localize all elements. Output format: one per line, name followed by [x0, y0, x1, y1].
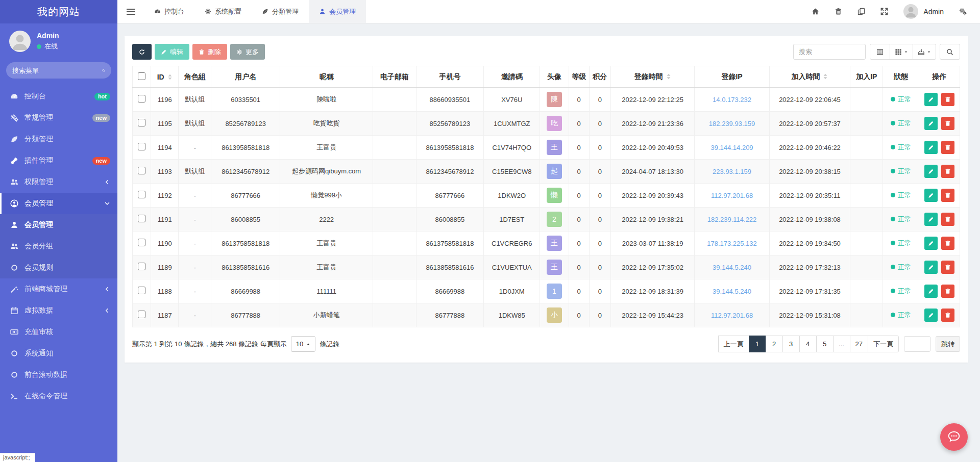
- trash-icon[interactable]: [835, 8, 842, 15]
- row-delete-button[interactable]: [941, 285, 954, 298]
- column-header[interactable]: 操作: [919, 66, 960, 88]
- row-checkbox[interactable]: [138, 263, 145, 270]
- sidebar-subitem-member-manage[interactable]: 会员管理: [0, 214, 117, 236]
- row-edit-button[interactable]: [924, 189, 938, 202]
- page-button[interactable]: 5: [816, 336, 834, 352]
- page-size-select[interactable]: 10: [291, 336, 315, 352]
- login-ip-link[interactable]: 182.239.93.159: [709, 120, 755, 127]
- row-edit-button[interactable]: [924, 93, 938, 106]
- row-checkbox[interactable]: [138, 311, 145, 318]
- delete-button[interactable]: 删除: [192, 44, 227, 60]
- login-ip-link[interactable]: 178.173.225.132: [707, 240, 757, 247]
- edit-button[interactable]: 编辑: [155, 44, 189, 60]
- login-ip-link[interactable]: 223.93.1.159: [713, 168, 751, 175]
- column-header[interactable]: 积分: [589, 66, 610, 88]
- column-header[interactable]: 登錄時間: [610, 66, 695, 88]
- row-delete-button[interactable]: [941, 165, 954, 178]
- row-edit-button[interactable]: [924, 261, 938, 274]
- sidebar-item-addon[interactable]: 插件管理new: [0, 150, 117, 171]
- sidebar-item-shop[interactable]: 前端商城管理: [0, 278, 117, 300]
- row-delete-button[interactable]: [941, 93, 954, 106]
- sidebar-item-recharge-audit[interactable]: 充值审核: [0, 321, 117, 343]
- sidebar-user-panel[interactable]: Admin 在线: [0, 23, 117, 57]
- login-ip-link[interactable]: 112.97.201.68: [711, 312, 753, 319]
- row-edit-button[interactable]: [924, 165, 938, 178]
- sidebar-item-auth[interactable]: 权限管理: [0, 171, 117, 193]
- column-header[interactable]: 加入時間: [769, 66, 850, 88]
- sidebar-item-system-notice[interactable]: 系统通知: [0, 343, 117, 364]
- search-button[interactable]: [940, 44, 960, 60]
- column-header[interactable]: 角色組: [179, 66, 211, 88]
- column-header[interactable]: 头像: [540, 66, 569, 88]
- column-header[interactable]: 昵稱: [280, 66, 373, 88]
- login-ip-link[interactable]: 182.239.114.222: [707, 216, 757, 223]
- column-header[interactable]: 用户名: [211, 66, 280, 88]
- tab-dashboard[interactable]: 控制台: [144, 0, 194, 23]
- home-icon[interactable]: [812, 8, 819, 15]
- sidebar-item-virtual-data[interactable]: 虚拟数据: [0, 300, 117, 321]
- sidebar-item-front-scroll-data[interactable]: 前台滚动数据: [0, 364, 117, 386]
- fullscreen-icon[interactable]: [880, 8, 888, 15]
- row-checkbox[interactable]: [138, 191, 145, 198]
- sidebar-subitem-member-group[interactable]: 会员分组: [0, 236, 117, 257]
- row-checkbox[interactable]: [138, 215, 145, 222]
- column-header[interactable]: 电子邮箱: [373, 66, 416, 88]
- refresh-button[interactable]: [132, 44, 152, 60]
- row-delete-button[interactable]: [941, 117, 954, 130]
- page-button[interactable]: 27: [850, 336, 868, 352]
- page-button[interactable]: 下一頁: [868, 336, 899, 352]
- column-header[interactable]: 邀請碼: [484, 66, 540, 88]
- page-button[interactable]: 3: [782, 336, 800, 352]
- row-checkbox[interactable]: [138, 143, 145, 150]
- column-header[interactable]: 登錄IP: [695, 66, 769, 88]
- row-edit-button[interactable]: [924, 117, 938, 130]
- row-checkbox[interactable]: [138, 119, 145, 126]
- menu-toggle-button[interactable]: [117, 0, 144, 23]
- more-button[interactable]: 更多: [230, 44, 265, 60]
- jump-button[interactable]: 跳转: [936, 336, 960, 352]
- sidebar-item-member[interactable]: 会员管理: [0, 193, 117, 214]
- row-edit-button[interactable]: [924, 213, 938, 226]
- export-button[interactable]: [913, 44, 936, 60]
- row-delete-button[interactable]: [941, 261, 954, 274]
- row-checkbox[interactable]: [138, 287, 145, 294]
- row-checkbox[interactable]: [138, 239, 145, 246]
- toggle-view-button[interactable]: [870, 44, 890, 60]
- column-header[interactable]: ID: [151, 66, 179, 88]
- row-edit-button[interactable]: [924, 285, 938, 298]
- clear-cache-icon[interactable]: [857, 8, 865, 15]
- tab-member-manage[interactable]: 会员管理: [309, 0, 366, 23]
- row-edit-button[interactable]: [924, 309, 938, 322]
- page-button[interactable]: 2: [766, 336, 783, 352]
- sidebar-item-category[interactable]: 分類管理: [0, 129, 117, 150]
- sidebar-item-general[interactable]: 常规管理new: [0, 107, 117, 129]
- row-delete-button[interactable]: [941, 309, 954, 322]
- settings-gears-icon[interactable]: [959, 8, 967, 15]
- column-header[interactable]: 手机号: [416, 66, 483, 88]
- row-checkbox[interactable]: [138, 95, 145, 102]
- select-all-checkbox[interactable]: [138, 72, 145, 80]
- row-delete-button[interactable]: [941, 237, 954, 250]
- columns-button[interactable]: [890, 44, 913, 60]
- row-delete-button[interactable]: [941, 213, 954, 226]
- row-edit-button[interactable]: [924, 237, 938, 250]
- login-ip-link[interactable]: 14.0.173.232: [713, 96, 751, 104]
- login-ip-link[interactable]: 112.97.201.68: [711, 192, 753, 199]
- jump-page-input[interactable]: [904, 336, 930, 352]
- login-ip-link[interactable]: 39.144.5.240: [713, 264, 751, 271]
- tab-category[interactable]: 分類管理: [252, 0, 309, 23]
- row-checkbox[interactable]: [138, 167, 145, 174]
- page-button[interactable]: ...: [833, 336, 850, 352]
- sidebar-item-online-command[interactable]: 在线命令管理: [0, 386, 117, 407]
- table-search-input[interactable]: [793, 44, 866, 60]
- chat-widget-button[interactable]: [940, 423, 968, 451]
- column-header[interactable]: 狀態: [883, 66, 919, 88]
- row-delete-button[interactable]: [941, 141, 954, 154]
- page-button[interactable]: 4: [799, 336, 817, 352]
- page-button[interactable]: 上一頁: [718, 336, 749, 352]
- column-header[interactable]: 等级: [569, 66, 589, 88]
- login-ip-link[interactable]: 39.144.5.240: [713, 288, 751, 295]
- menu-search-input[interactable]: [12, 67, 102, 74]
- sidebar-item-dashboard[interactable]: 控制台hot: [0, 86, 117, 107]
- column-header[interactable]: 加入IP: [850, 66, 883, 88]
